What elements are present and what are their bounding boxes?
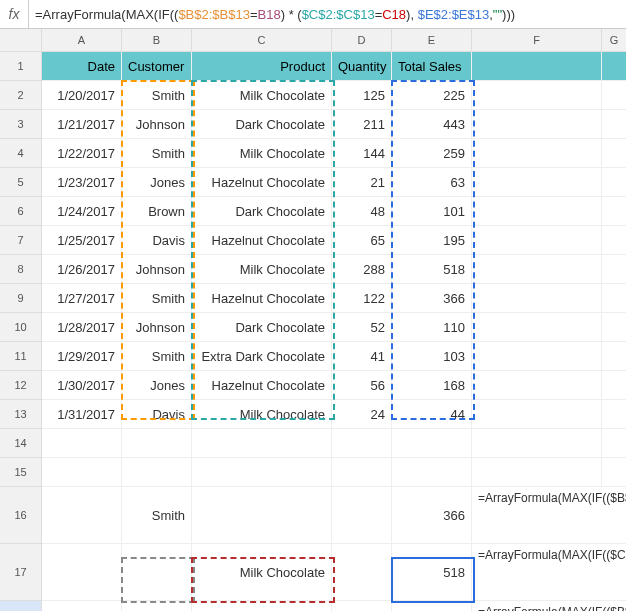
cell[interactable] [192, 487, 332, 544]
cell-customer[interactable]: Davis [122, 400, 192, 429]
cell[interactable] [42, 601, 122, 611]
cell-quantity[interactable]: 288 [332, 255, 392, 284]
cell[interactable] [42, 487, 122, 544]
cell[interactable] [472, 81, 602, 110]
cell-quantity[interactable]: 41 [332, 342, 392, 371]
header-customer[interactable]: Customer [122, 52, 192, 81]
cell-quantity[interactable]: 52 [332, 313, 392, 342]
header-total[interactable]: Total Sales [392, 52, 472, 81]
col-header-B[interactable]: B [122, 29, 192, 52]
cell-product[interactable]: Dark Chocolate [192, 197, 332, 226]
row-header[interactable]: 16 [0, 487, 42, 544]
cell-date[interactable]: 1/25/2017 [42, 226, 122, 255]
cell-date[interactable]: 1/24/2017 [42, 197, 122, 226]
cell-date[interactable]: 1/20/2017 [42, 81, 122, 110]
header-G[interactable] [602, 52, 626, 81]
cell[interactable] [602, 342, 626, 371]
col-header-G[interactable]: G [602, 29, 626, 52]
cell-date[interactable]: 1/22/2017 [42, 139, 122, 168]
row-header[interactable]: 13 [0, 400, 42, 429]
cell[interactable] [472, 371, 602, 400]
row-header[interactable]: 4 [0, 139, 42, 168]
cell-product[interactable]: Milk Chocolate [192, 81, 332, 110]
cell-date[interactable]: 1/26/2017 [42, 255, 122, 284]
cell-E18[interactable]: 259 [392, 601, 472, 611]
cell[interactable] [602, 371, 626, 400]
cell-date[interactable]: 1/27/2017 [42, 284, 122, 313]
cell[interactable] [472, 429, 602, 458]
cell[interactable] [122, 544, 192, 601]
cell[interactable] [192, 429, 332, 458]
header-product[interactable]: Product [192, 52, 332, 81]
row-header[interactable]: 5 [0, 168, 42, 197]
header-date[interactable]: Date [42, 52, 122, 81]
cell[interactable] [472, 139, 602, 168]
row-header[interactable]: 15 [0, 458, 42, 487]
cell-quantity[interactable]: 144 [332, 139, 392, 168]
cell-total[interactable]: 366 [392, 284, 472, 313]
cell-customer[interactable]: Jones [122, 371, 192, 400]
header-F[interactable] [472, 52, 602, 81]
cell-quantity[interactable]: 211 [332, 110, 392, 139]
cell[interactable] [122, 458, 192, 487]
cell-total[interactable]: 518 [392, 255, 472, 284]
cell-date[interactable]: 1/30/2017 [42, 371, 122, 400]
cell-C18[interactable]: Milk Chocolate [192, 601, 332, 611]
cell-quantity[interactable]: 24 [332, 400, 392, 429]
cell-product[interactable]: Milk Chocolate [192, 400, 332, 429]
col-header-D[interactable]: D [332, 29, 392, 52]
cell-product[interactable]: Milk Chocolate [192, 255, 332, 284]
cell-product[interactable]: Extra Dark Chocolate [192, 342, 332, 371]
cell[interactable] [472, 197, 602, 226]
cell[interactable] [42, 458, 122, 487]
cell-F17[interactable]: =ArrayFormula(MAX(IF(($C$2:$C$13=C17),$E… [472, 544, 626, 601]
cell-B18[interactable]: Smith [122, 601, 192, 611]
cell[interactable] [602, 284, 626, 313]
spreadsheet[interactable]: A B C D E F G 1 Date Customer Product Qu… [0, 29, 626, 611]
cell-total[interactable]: 103 [392, 342, 472, 371]
row-header[interactable]: 3 [0, 110, 42, 139]
cell-total[interactable]: 195 [392, 226, 472, 255]
cell-customer[interactable]: Smith [122, 342, 192, 371]
row-header[interactable]: 8 [0, 255, 42, 284]
cell[interactable] [42, 544, 122, 601]
cell[interactable] [332, 544, 392, 601]
cell-customer[interactable]: Davis [122, 226, 192, 255]
cell[interactable] [42, 429, 122, 458]
col-header-C[interactable]: C [192, 29, 332, 52]
cell[interactable] [602, 429, 626, 458]
cell-product[interactable]: Hazelnut Chocolate [192, 168, 332, 197]
cell[interactable] [472, 168, 602, 197]
formula-input[interactable]: =ArrayFormula(MAX(IF(($B$2:$B$13=B18) * … [29, 7, 515, 22]
cell-customer[interactable]: Brown [122, 197, 192, 226]
cell[interactable] [602, 110, 626, 139]
cell-product[interactable]: Hazelnut Chocolate [192, 284, 332, 313]
cell[interactable] [602, 313, 626, 342]
header-quantity[interactable]: Quantity [332, 52, 392, 81]
cell-product[interactable]: Dark Chocolate [192, 110, 332, 139]
cell-total[interactable]: 225 [392, 81, 472, 110]
cell-C17[interactable]: Milk Chocolate [192, 544, 332, 601]
cell-total[interactable]: 63 [392, 168, 472, 197]
row-header[interactable]: 14 [0, 429, 42, 458]
cell[interactable] [602, 255, 626, 284]
cell-quantity[interactable]: 125 [332, 81, 392, 110]
row-header[interactable]: 10 [0, 313, 42, 342]
row-header[interactable]: 18 [0, 601, 42, 611]
cell-total[interactable]: 168 [392, 371, 472, 400]
cell-customer[interactable]: Smith [122, 81, 192, 110]
row-header[interactable]: 6 [0, 197, 42, 226]
cell[interactable] [332, 487, 392, 544]
cell[interactable] [392, 429, 472, 458]
cell-customer[interactable]: Johnson [122, 110, 192, 139]
cell[interactable] [392, 458, 472, 487]
col-header-E[interactable]: E [392, 29, 472, 52]
cell-date[interactable]: 1/31/2017 [42, 400, 122, 429]
cell-product[interactable]: Milk Chocolate [192, 139, 332, 168]
cell[interactable] [472, 313, 602, 342]
cell[interactable] [472, 342, 602, 371]
cell-customer[interactable]: Johnson [122, 255, 192, 284]
row-header[interactable]: 12 [0, 371, 42, 400]
cell[interactable] [472, 255, 602, 284]
cell-E17[interactable]: 518 [392, 544, 472, 601]
